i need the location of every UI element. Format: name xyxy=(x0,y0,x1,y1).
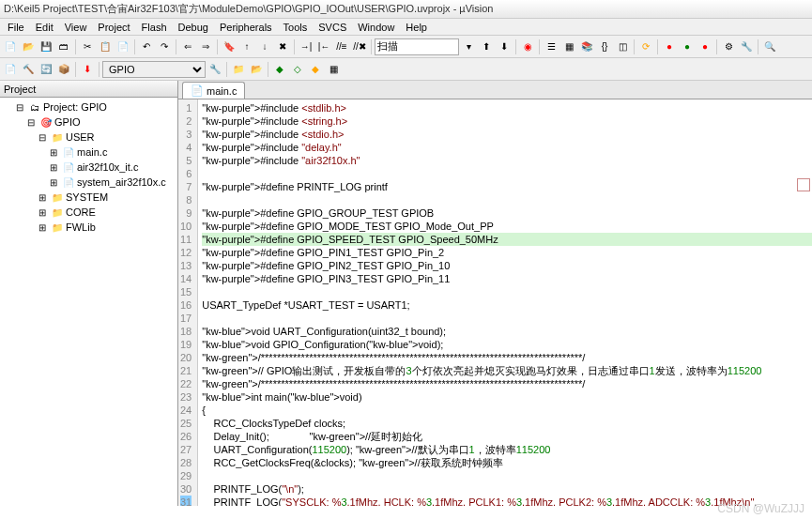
target-select[interactable]: GPIO xyxy=(102,61,206,78)
tab-main-c[interactable]: 📄 main.c xyxy=(182,82,245,99)
tree-gpio[interactable]: ⊟🎯GPIO xyxy=(2,114,176,130)
record-icon[interactable]: ● xyxy=(661,38,678,55)
bookmark-icon[interactable]: 🔖 xyxy=(221,38,237,55)
refresh-icon[interactable]: ⟳ xyxy=(637,38,654,55)
menu-window[interactable]: Window xyxy=(352,22,400,33)
project-panel-header: Project xyxy=(0,81,177,98)
bookmark-clear-icon[interactable]: ✖ xyxy=(274,38,291,55)
folder-icon: 📁 xyxy=(51,221,64,234)
copy-icon[interactable]: 📋 xyxy=(97,38,114,55)
c-file-icon: 📄 xyxy=(62,160,75,174)
minus-icon[interactable]: ⊟ xyxy=(13,100,26,114)
plus-icon[interactable]: ⊞ xyxy=(47,160,60,174)
menu-bar: File Edit View Project Flash Debug Perip… xyxy=(0,19,812,36)
plus-icon[interactable]: ⊞ xyxy=(36,191,49,204)
batch-build-icon[interactable]: 📦 xyxy=(55,61,72,78)
save-all-icon[interactable]: 🗃 xyxy=(55,38,72,55)
tab-bar: 📄 main.c xyxy=(178,81,812,99)
menu-edit[interactable]: Edit xyxy=(30,22,59,33)
menu-view[interactable]: View xyxy=(59,22,93,33)
find-prev-icon[interactable]: ⬆ xyxy=(478,38,495,55)
find-dropdown-icon[interactable]: ▾ xyxy=(460,38,477,55)
tree-user[interactable]: ⊟📁USER xyxy=(2,130,176,145)
func-icon[interactable]: {} xyxy=(596,38,613,55)
folder-icon: 📁 xyxy=(51,206,64,219)
c-file-icon: 📄 xyxy=(191,84,204,97)
minus-icon[interactable]: ⊟ xyxy=(24,115,38,129)
pack3-icon[interactable]: ◆ xyxy=(307,61,324,78)
build-icon[interactable]: 🔨 xyxy=(20,61,37,78)
plus-icon[interactable]: ⊞ xyxy=(47,176,60,189)
translate-icon[interactable]: 📄 xyxy=(2,61,19,78)
minus-icon[interactable]: ⊟ xyxy=(36,130,49,144)
outline-icon[interactable]: ☰ xyxy=(543,38,559,55)
pack4-icon[interactable]: ▦ xyxy=(325,61,342,78)
menu-flash[interactable]: Flash xyxy=(136,22,173,33)
unindent-icon[interactable]: |← xyxy=(315,38,332,55)
config2-icon[interactable]: 🔧 xyxy=(738,38,755,55)
record-led2-icon[interactable]: ● xyxy=(697,38,713,55)
code-editor[interactable]: 1234567891011121314151617181920212223242… xyxy=(178,99,812,506)
download-icon[interactable]: ⬇ xyxy=(79,61,96,78)
target-icon: 🎯 xyxy=(39,115,53,129)
menu-file[interactable]: File xyxy=(2,22,30,33)
tab-label: main.c xyxy=(207,85,237,97)
menu-tools[interactable]: Tools xyxy=(278,22,314,33)
debug-start-icon[interactable]: ◉ xyxy=(519,38,536,55)
tree-core[interactable]: ⊞📁CORE xyxy=(2,205,176,220)
c-file-icon: 📄 xyxy=(62,145,75,159)
comment-icon[interactable]: //≡ xyxy=(333,38,350,55)
menu-project[interactable]: Project xyxy=(92,22,135,33)
c-file-icon: 📄 xyxy=(62,176,75,189)
cut-icon[interactable]: ✂ xyxy=(79,38,96,55)
indent-icon[interactable]: →| xyxy=(298,38,314,55)
record-led-icon[interactable]: ● xyxy=(679,38,696,55)
plus-icon[interactable]: ⊞ xyxy=(47,145,60,159)
window-title: D:\Keil5 Project\TEST\合宙Air32F103\官方\Mod… xyxy=(4,2,493,16)
tree-sys-air[interactable]: ⊞📄system_air32f10x.c xyxy=(2,175,176,190)
toolbar-build: 📄 🔨 🔄 📦 ⬇ GPIO 🔧 📁 📂 ◆ ◇ ◆ ▦ xyxy=(0,58,812,81)
plus-icon[interactable]: ⊞ xyxy=(36,221,49,234)
manage2-icon[interactable]: 📂 xyxy=(248,61,265,78)
watermark: CSDN @WuZJJJ xyxy=(717,502,804,515)
open-file-icon[interactable]: 📂 xyxy=(20,38,37,55)
tree-root[interactable]: ⊟🗂Project: GPIO xyxy=(2,99,176,114)
workspace: Project ⊟🗂Project: GPIO ⊟🎯GPIO ⊟📁USER ⊞📄… xyxy=(0,81,812,506)
nav-back-icon[interactable]: ⇐ xyxy=(179,38,196,55)
uncomment-icon[interactable]: //✖ xyxy=(351,38,368,55)
code-lines[interactable]: "kw-purple">#include <stdlib.h>"kw-purpl… xyxy=(198,99,812,506)
bookmark-next-icon[interactable]: ↓ xyxy=(256,38,273,55)
undo-icon[interactable]: ↶ xyxy=(138,38,155,55)
find-next-icon[interactable]: ⬇ xyxy=(496,38,513,55)
template-icon[interactable]: ◫ xyxy=(614,38,631,55)
tree-main-c[interactable]: ⊞📄main.c xyxy=(2,145,176,160)
manage-icon[interactable]: 📁 xyxy=(230,61,247,78)
menu-svcs[interactable]: SVCS xyxy=(313,22,352,33)
nav-fwd-icon[interactable]: ⇒ xyxy=(197,38,214,55)
plus-icon[interactable]: ⊞ xyxy=(36,206,49,219)
menu-help[interactable]: Help xyxy=(400,22,433,33)
project-tree[interactable]: ⊟🗂Project: GPIO ⊟🎯GPIO ⊟📁USER ⊞📄main.c ⊞… xyxy=(0,98,177,506)
redo-icon[interactable]: ↷ xyxy=(156,38,173,55)
pack2-icon[interactable]: ◇ xyxy=(289,61,306,78)
project-window-icon[interactable]: ▦ xyxy=(560,38,577,55)
target-options-icon[interactable]: 🔧 xyxy=(207,61,223,78)
bookmark-prev-icon[interactable]: ↑ xyxy=(238,38,255,55)
new-file-icon[interactable]: 📄 xyxy=(2,38,19,55)
save-icon[interactable]: 💾 xyxy=(38,38,54,55)
books-icon[interactable]: 📚 xyxy=(578,38,595,55)
panel-title-text: Project xyxy=(4,84,36,95)
tree-air-it[interactable]: ⊞📄air32f10x_it.c xyxy=(2,160,176,175)
paste-icon[interactable]: 📄 xyxy=(115,38,131,55)
search-icon[interactable]: 🔍 xyxy=(761,38,778,55)
find-input[interactable] xyxy=(375,38,459,55)
menu-debug[interactable]: Debug xyxy=(173,22,214,33)
line-gutter: 1234567891011121314151617181920212223242… xyxy=(178,99,198,506)
tree-system[interactable]: ⊞📁SYSTEM xyxy=(2,190,176,205)
tree-fwlib[interactable]: ⊞📁FWLib xyxy=(2,220,176,235)
config-icon[interactable]: ⚙ xyxy=(720,38,737,55)
rebuild-icon[interactable]: 🔄 xyxy=(38,61,54,78)
project-icon: 🗂 xyxy=(28,100,41,114)
menu-peripherals[interactable]: Peripherals xyxy=(214,22,278,33)
pack-icon[interactable]: ◆ xyxy=(271,61,288,78)
